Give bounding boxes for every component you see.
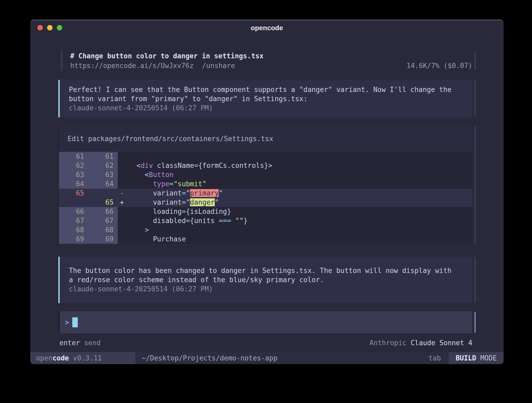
diff-row: 6161 [59, 152, 472, 161]
working-directory: ~/Desktop/Projects/demo-notes-app [142, 352, 278, 364]
message-text: a red/rose color scheme instead of the b… [69, 275, 472, 285]
message-meta: claude-sonnet-4-20250514 (06:27 PM) [69, 104, 472, 113]
provider-label: Anthropic [370, 339, 407, 347]
titlebar: opencode [30, 20, 504, 35]
session-title: # Change button color to danger in setti… [70, 51, 472, 61]
assistant-message: Perfect! I can see that the Button compo… [58, 80, 472, 117]
prompt-chevron: > [65, 318, 69, 326]
assistant-message: The button color has been changed to dan… [58, 257, 472, 303]
token-usage: 14.6K/7% ($0.07) [407, 61, 472, 71]
diff-row: 6969 Purchase [59, 235, 472, 244]
diff-row: 65- variant="primary" [59, 189, 472, 198]
window-title: opencode [30, 24, 504, 32]
mode-name: BUILD [456, 354, 476, 362]
edit-tool-card: Edit packages/frontend/src/containers/Se… [58, 126, 472, 245]
diff-row: 6363 <Button [59, 170, 472, 179]
prompt-input[interactable]: > [58, 311, 472, 333]
mode-suffix: MODE [476, 354, 497, 362]
app-version-segment: opencode v0.3.11 [30, 352, 135, 364]
diff-row: 6868 > [59, 225, 472, 235]
app-name-dim: open [36, 354, 53, 362]
app-name-bold: code [53, 354, 69, 362]
message-text: The button color has been changed to dan… [69, 266, 472, 275]
app-version: v0.3.11 [69, 354, 102, 362]
code-diff: 61616262 <div className={formCs.controls… [59, 152, 472, 244]
diff-row: 65+ variant="danger" [59, 198, 472, 207]
chat-scroll-area[interactable]: # Change button color to danger in setti… [30, 51, 504, 348]
model-label: Claude Sonnet 4 [411, 339, 472, 347]
opencode-window: opencode # Change button color to danger… [30, 20, 504, 364]
diff-row: 6666 loading={isLoading} [59, 207, 472, 216]
session-header: # Change button color to danger in setti… [61, 51, 472, 71]
status-bar: opencode v0.3.11 ~/Desktop/Projects/demo… [30, 352, 504, 364]
diff-row: 6464 type="submit" [59, 179, 472, 189]
text-cursor [72, 317, 78, 327]
diff-row: 6262 <div className={formCs.controls}> [59, 161, 472, 170]
share-url[interactable]: https://opencode.ai/s/UwJxv76z [70, 61, 194, 71]
hint-row: enter send Anthropic Claude Sonnet 4 [58, 338, 472, 348]
diff-row: 6767 disabled={units === ""} [59, 216, 472, 225]
unshare-command[interactable]: /unshare [202, 61, 235, 71]
mode-toggle[interactable]: BUILD MODE [449, 352, 504, 364]
message-meta: claude-sonnet-4-20250514 (06:27 PM) [69, 285, 472, 294]
message-text: Perfect! I can see that the Button compo… [69, 85, 472, 94]
enter-key-hint: enter [59, 339, 80, 347]
message-text: button variant from "primary" to "danger… [69, 94, 472, 104]
tab-key-hint: tab [428, 352, 441, 364]
edit-tool-title: Edit packages/frontend/src/containers/Se… [59, 134, 472, 143]
enter-action-hint: send [84, 339, 101, 347]
